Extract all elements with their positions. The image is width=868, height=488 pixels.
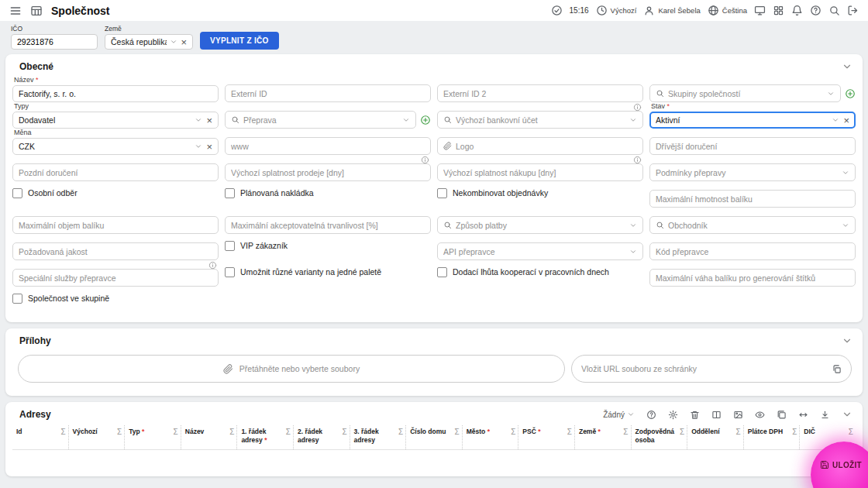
splatnost-nakupu-input[interactable] <box>443 168 637 177</box>
externi-id-input[interactable] <box>231 89 425 98</box>
column-header-mesto[interactable]: Město *Σ <box>463 425 519 449</box>
column-header-platce-dph[interactable]: Plátce DPHΣ <box>744 425 801 449</box>
zpusob-platby-select[interactable] <box>437 216 643 234</box>
image-view-icon[interactable] <box>733 410 743 420</box>
country-select[interactable]: Česká republika × <box>105 34 193 50</box>
max-hmotnost-baliku-inputbox[interactable] <box>649 190 856 208</box>
add-icon[interactable] <box>420 115 431 125</box>
chevron-down-icon[interactable] <box>842 169 849 177</box>
externi-id-2-input[interactable] <box>443 89 637 98</box>
nazev-input[interactable] <box>19 89 212 98</box>
chevron-down-icon[interactable] <box>629 222 637 229</box>
paste-from-clipboard-icon[interactable] <box>832 364 842 374</box>
max-vaha-stitky-inputbox[interactable] <box>649 269 856 287</box>
preprava-input[interactable] <box>243 115 398 125</box>
collapse-icon[interactable] <box>842 335 852 346</box>
mena-select[interactable]: CZK × <box>12 138 219 155</box>
visibility-eye-icon[interactable] <box>755 410 765 420</box>
logo-upload[interactable] <box>437 137 643 155</box>
column-header-zeme[interactable]: Země *Σ <box>575 425 632 449</box>
help-icon[interactable] <box>646 410 656 420</box>
display-icon[interactable] <box>754 5 766 16</box>
info-icon[interactable] <box>421 156 429 164</box>
pozadovana-jakost-input[interactable] <box>19 247 212 256</box>
skupiny-spolecnosti-input[interactable] <box>668 89 823 98</box>
aggregate-icon[interactable]: Σ <box>174 428 178 436</box>
column-header-radek2[interactable]: 2. řádek adresyΣ <box>294 425 350 449</box>
info-icon[interactable] <box>208 261 217 270</box>
splatnost-prodeje-input[interactable] <box>231 168 425 177</box>
spolecnost-ve-skupine-checkbox[interactable] <box>12 294 22 304</box>
typy-select[interactable]: Dodavatel × <box>12 112 219 129</box>
chevron-down-icon[interactable] <box>629 116 637 124</box>
podminky-prepravy-select[interactable] <box>649 163 856 181</box>
aggregate-icon[interactable]: Σ <box>623 428 628 436</box>
column-header-nazev[interactable]: NázevΣ <box>181 425 238 449</box>
kod-prepravce-input[interactable] <box>656 247 849 256</box>
clear-icon[interactable]: × <box>206 115 212 125</box>
chevron-down-icon[interactable] <box>832 116 839 124</box>
column-header-typ[interactable]: Typ *Σ <box>125 425 181 449</box>
info-icon[interactable] <box>633 156 642 164</box>
max-objem-baliku-input[interactable] <box>19 221 212 230</box>
file-dropzone[interactable]: Přetáhněte nebo vyberte soubory <box>18 355 565 383</box>
column-header-id[interactable]: IdΣ <box>12 425 69 449</box>
fill-from-ico-button[interactable]: VYPLNIT Z IČO <box>200 32 279 50</box>
max-vaha-stitky-input[interactable] <box>656 273 849 283</box>
api-prepravce-select[interactable] <box>437 242 643 260</box>
podminky-prepravy-input[interactable] <box>656 168 838 177</box>
info-icon[interactable] <box>633 103 642 112</box>
profile-menu[interactable]: Výchozí <box>596 5 637 16</box>
kod-prepravce-inputbox[interactable] <box>649 242 856 260</box>
delete-icon[interactable] <box>690 410 700 420</box>
save-button[interactable]: ULOŽIT <box>820 460 862 469</box>
chevron-down-icon[interactable] <box>402 116 410 124</box>
specialni-sluzby-inputbox[interactable] <box>12 269 219 287</box>
collapse-icon[interactable] <box>842 61 852 72</box>
www-inputbox[interactable] <box>225 137 431 155</box>
zpusob-platby-input[interactable] <box>456 221 625 230</box>
stav-select[interactable]: Aktivní × <box>649 112 856 129</box>
add-icon[interactable] <box>845 88 856 99</box>
aggregate-icon[interactable]: Σ <box>567 428 572 436</box>
max-objem-baliku-inputbox[interactable] <box>12 216 219 234</box>
planovana-nakladka-checkbox[interactable] <box>225 188 235 198</box>
chevron-down-icon[interactable] <box>170 38 177 46</box>
download-icon[interactable] <box>820 410 830 420</box>
vip-zakaznik-checkbox[interactable] <box>225 241 235 251</box>
splatnost-prodeje-inputbox[interactable] <box>225 163 431 181</box>
splatnost-nakupu-inputbox[interactable] <box>437 163 643 181</box>
column-header-cislo-domu[interactable]: Číslo domuΣ <box>406 425 463 449</box>
aggregate-icon[interactable]: Σ <box>286 428 291 436</box>
max-hmotnost-baliku-input[interactable] <box>656 194 849 204</box>
aggregate-icon[interactable]: Σ <box>792 428 797 436</box>
column-header-vychozi[interactable]: VýchozíΣ <box>69 425 126 449</box>
chevron-down-icon[interactable] <box>827 90 835 98</box>
column-header-oddeleni[interactable]: OdděleníΣ <box>687 425 744 449</box>
chevron-down-icon[interactable] <box>629 248 637 256</box>
clear-icon[interactable]: × <box>181 37 187 47</box>
search-icon[interactable] <box>828 5 840 16</box>
pozadovana-jakost-inputbox[interactable] <box>12 242 219 260</box>
www-input[interactable] <box>231 142 425 151</box>
gallery-icon[interactable] <box>777 410 787 420</box>
nazev-inputbox[interactable] <box>12 85 219 102</box>
chevron-down-icon[interactable] <box>195 116 202 124</box>
clear-icon[interactable]: × <box>843 115 849 125</box>
vychozi-bankovni-ucet-input[interactable] <box>456 115 625 125</box>
aggregate-icon[interactable]: Σ <box>342 428 346 436</box>
ico-inputbox[interactable] <box>11 34 98 50</box>
externi-id-inputbox[interactable] <box>225 84 431 102</box>
column-header-zodpovedna-osoba[interactable]: Zodpovědná osobaΣ <box>632 425 688 449</box>
preprava-select[interactable] <box>225 111 416 129</box>
help-icon[interactable] <box>810 5 822 16</box>
logout-icon[interactable] <box>847 5 859 16</box>
pozdni-doruceni-inputbox[interactable] <box>12 163 219 181</box>
columns-icon[interactable] <box>711 410 722 420</box>
max-trvanlivost-inputbox[interactable] <box>225 216 431 234</box>
obchodnik-select[interactable] <box>649 216 856 234</box>
nekombinovat-objednavky-checkbox[interactable] <box>437 188 447 198</box>
obchodnik-input[interactable] <box>668 221 838 230</box>
aggregate-icon[interactable]: Σ <box>455 428 460 436</box>
user-menu[interactable]: Karel Šebela <box>643 5 700 16</box>
